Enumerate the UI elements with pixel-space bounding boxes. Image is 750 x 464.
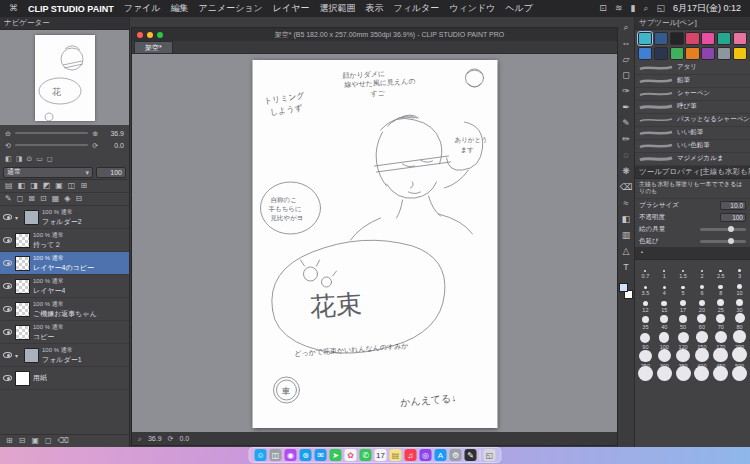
move-tool[interactable]: ⇔ xyxy=(619,37,633,49)
brush-item-sharpen[interactable]: シャーペン xyxy=(635,88,750,101)
lock-layer-icon[interactable]: ◨ xyxy=(30,182,38,190)
preset-tile[interactable] xyxy=(701,47,715,60)
zoom-out-icon[interactable]: ⊖ xyxy=(5,130,11,137)
status-zoom-icon[interactable]: ⌕ xyxy=(138,435,142,442)
brush-size-item[interactable]: 50 xyxy=(674,313,693,330)
dock-music[interactable]: ♫ xyxy=(405,449,417,461)
delete-layer-icon[interactable]: ⊠ xyxy=(28,195,35,203)
draft-layer-icon[interactable]: ◫ xyxy=(68,182,76,190)
clip-at-layer-icon[interactable]: ◧ xyxy=(18,182,26,190)
new-vector-layer-icon[interactable]: ◻ xyxy=(17,195,24,203)
layer-property-icon[interactable]: ◻ xyxy=(45,437,52,445)
layer-row-folder2[interactable]: ▾ 100 % 通常 フォルダー2 xyxy=(0,206,129,229)
opacity-field[interactable]: 100 xyxy=(720,213,746,222)
new-folder-icon[interactable]: ⊡ xyxy=(40,195,47,203)
lock-transparent-icon[interactable]: ◩ xyxy=(43,182,51,190)
brush-size-item[interactable]: 20 xyxy=(693,296,712,313)
brush-size-item[interactable]: 70 xyxy=(711,313,730,330)
preset-tile[interactable] xyxy=(638,32,652,45)
zoom-tool[interactable]: ⌕ xyxy=(619,21,633,33)
figure-tool[interactable]: △ xyxy=(619,245,633,257)
status-rotation-value[interactable]: 0.0 xyxy=(179,435,189,442)
menu-file[interactable]: ファイル xyxy=(124,2,161,15)
preset-tile[interactable] xyxy=(733,47,747,60)
gradient-tool[interactable]: ▥ xyxy=(619,229,633,241)
pencil-tool[interactable]: ✎ xyxy=(619,117,633,129)
prop-color-stretch[interactable]: 色延び xyxy=(635,235,750,247)
folder-expand-icon[interactable]: ▾ xyxy=(15,214,21,221)
prop-opacity[interactable]: 不透明度 100 xyxy=(635,211,750,223)
subtool-header[interactable]: サブツール[ペン] xyxy=(635,17,750,30)
airbrush-tool[interactable]: ◌ xyxy=(619,149,633,161)
wifi-icon[interactable]: ≋ xyxy=(615,4,623,13)
fill-tool[interactable]: ◧ xyxy=(619,213,633,225)
menu-layer[interactable]: レイヤー xyxy=(273,2,310,15)
brush-size-item[interactable]: 35 xyxy=(636,313,655,330)
decoration-tool[interactable]: ❋ xyxy=(619,165,633,177)
fit-screen-icon[interactable]: ◧ xyxy=(5,155,12,162)
layer-row-motte[interactable]: 100 % 通常 持って２ xyxy=(0,229,129,252)
dock-notes[interactable]: ▤ xyxy=(390,449,402,461)
pen-tool[interactable]: ✒ xyxy=(619,101,633,113)
set-reference-icon[interactable]: ▣ xyxy=(55,182,63,190)
brush-item-ii-enpitsu[interactable]: いい鉛筆 xyxy=(635,127,750,140)
brush-item-enpitsu[interactable]: 鉛筆 xyxy=(635,75,750,88)
visibility-icon[interactable] xyxy=(3,283,12,289)
visibility-icon[interactable] xyxy=(3,237,12,243)
visibility-icon[interactable] xyxy=(3,306,12,312)
visibility-icon[interactable] xyxy=(3,260,12,266)
brush-item-atari[interactable]: アタリ xyxy=(635,62,750,75)
brush-item-yobifude[interactable]: 呼び筆 xyxy=(635,101,750,114)
navigator-header[interactable]: ナビゲーター xyxy=(0,17,129,30)
preset-tile[interactable] xyxy=(654,32,668,45)
tool-property-header[interactable]: ツールプロパティ[主線も水彩も厚塗りも] xyxy=(635,166,750,179)
zoom-in-icon[interactable]: ⊕ xyxy=(92,130,98,137)
brush-item-ii-iroenpitsu[interactable]: いい色鉛筆 xyxy=(635,140,750,153)
dock-system-settings[interactable]: ⚙ xyxy=(450,449,462,461)
rotate-slider[interactable] xyxy=(15,144,88,146)
brush-size-item[interactable]: 3 xyxy=(730,262,749,279)
battery-icon[interactable]: ▮ xyxy=(630,4,635,13)
display-icon[interactable]: ⊡ xyxy=(599,4,607,13)
close-window-button[interactable] xyxy=(137,32,143,38)
brush-size-item[interactable]: 4 xyxy=(655,279,674,296)
layer-row-copy[interactable]: 100 % 通常 コピー xyxy=(0,321,129,344)
canvas-viewport[interactable]: トリミング しようず 顔かりダメに 線やせた風に見えんの すご ありがとう ます… xyxy=(132,54,617,432)
brush-item-majime[interactable]: マジメジカルま xyxy=(635,153,750,166)
brush-size-palette-header[interactable]: ◔ xyxy=(635,247,750,260)
color-swatches[interactable] xyxy=(619,283,633,299)
dock-app-store[interactable]: A xyxy=(435,449,447,461)
brush-item-pasutto[interactable]: パスッとなるシャーペン xyxy=(635,114,750,127)
visibility-icon[interactable] xyxy=(3,214,12,220)
layer-opacity-field[interactable]: 100 xyxy=(96,167,126,178)
control-center-icon[interactable]: ◱ xyxy=(656,4,665,13)
brush-size-field[interactable]: 10.0 xyxy=(720,201,746,210)
preset-tile[interactable] xyxy=(638,47,652,60)
dock-podcasts[interactable]: ◎ xyxy=(420,449,432,461)
navigator-zoom-value[interactable]: 36.9 xyxy=(102,130,124,137)
dock-finder[interactable]: ☺ xyxy=(255,449,267,461)
prop-paint-amount[interactable]: 絵の具量 xyxy=(635,223,750,235)
new-raster-layer-icon[interactable]: ✎ xyxy=(5,195,12,203)
brush-size-item[interactable]: 5 xyxy=(674,279,693,296)
canvas-tab[interactable]: 架空* xyxy=(134,41,173,53)
navigator-preview[interactable]: 花 xyxy=(0,30,129,125)
transfer-layer-icon[interactable]: ▦ xyxy=(52,195,60,203)
menu-window[interactable]: ウィンドウ xyxy=(449,2,495,15)
flip-vertical-icon[interactable]: ◻ xyxy=(47,155,53,162)
preset-tile[interactable] xyxy=(717,47,731,60)
brush-size-item[interactable]: 17 xyxy=(674,296,693,313)
layer-row-folder1[interactable]: ▾ 100 % 通常 フォルダー1 xyxy=(0,344,129,367)
layer-row-gokigen[interactable]: 100 % 通常 ご機嫌お返事ちゃん xyxy=(0,298,129,321)
preset-tile[interactable] xyxy=(701,32,715,45)
dock-facetime[interactable]: ✆ xyxy=(360,449,372,461)
reset-view-icon[interactable]: ⊙ xyxy=(26,155,32,162)
brush-size-item[interactable]: 1.5 xyxy=(674,262,693,279)
color-stretch-slider[interactable] xyxy=(700,240,746,243)
canvas-page[interactable]: トリミング しようず 顔かりダメに 線やせた風に見えんの すご ありがとう ます… xyxy=(252,60,497,428)
eraser-tool[interactable]: ⌫ xyxy=(619,181,633,193)
brush-size-item[interactable]: 15 xyxy=(655,296,674,313)
dock-clip-studio[interactable]: ✎ xyxy=(465,449,477,461)
menu-view[interactable]: 表示 xyxy=(365,2,383,15)
brush-size-item[interactable]: 6 xyxy=(693,279,712,296)
